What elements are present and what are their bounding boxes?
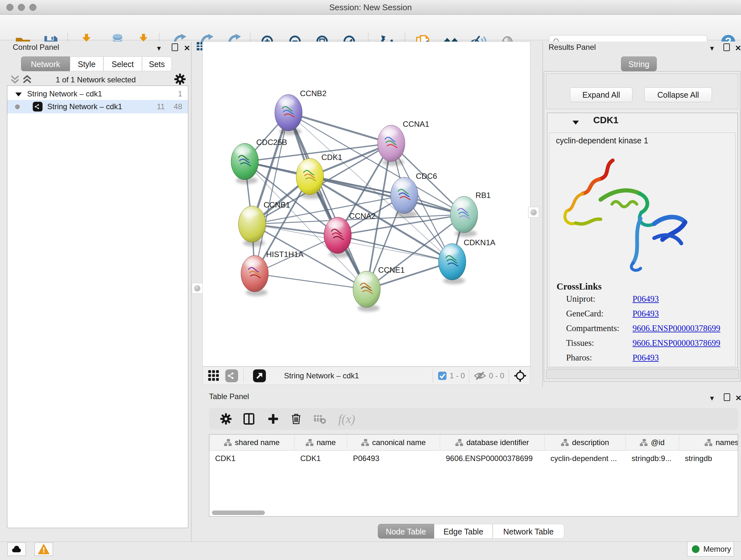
network-selection-status: 1 of 1 Network selected — [38, 75, 153, 84]
node-label-CDKN1A: CDKN1A — [464, 238, 495, 247]
column-header-shared-name[interactable]: shared name — [209, 435, 294, 450]
network-node-CDK1[interactable] — [296, 159, 324, 195]
warnings-button[interactable] — [35, 543, 53, 556]
hidden-eye-icon[interactable] — [474, 369, 486, 382]
tab-style[interactable]: Style — [70, 57, 104, 71]
results-menu-icon[interactable]: ▾ — [710, 44, 714, 53]
collapse-all-button[interactable]: Collapse All — [644, 87, 712, 102]
table-panel-title: Table Panel — [209, 392, 249, 401]
network-collection-row[interactable]: String Network – cdk1 1 — [7, 88, 188, 100]
expand-all-networks-icon[interactable] — [22, 75, 32, 84]
table-cell[interactable]: CDK1 — [209, 450, 294, 466]
network-edge[interactable] — [288, 113, 391, 143]
network-badge-icon[interactable] — [225, 369, 239, 382]
collapse-all-networks-icon[interactable] — [10, 75, 20, 84]
table-horizontal-scrollbar[interactable] — [212, 510, 265, 515]
network-node-CCNA1[interactable] — [378, 125, 405, 162]
column-header--id[interactable]: @id — [626, 435, 679, 450]
network-node-CCNB1[interactable] — [239, 206, 266, 242]
results-panel: Results Panel ▾ ✕ String Expand All Coll… — [542, 42, 741, 387]
results-scroll-strip[interactable] — [546, 369, 739, 379]
panel-menu-icon[interactable]: ▾ — [157, 44, 161, 53]
function-builder-button[interactable]: f(x) — [338, 412, 355, 426]
grid-view-icon[interactable] — [207, 369, 220, 382]
network-row-label: String Network – cdk1 — [47, 102, 122, 111]
table-cell[interactable]: 9606.ENSP00000378699 — [440, 450, 545, 466]
table-cell[interactable]: CDK1 — [294, 450, 347, 466]
crosslink-compartments[interactable]: 9606.ENSP00000378699 — [632, 323, 720, 333]
table-float-icon[interactable] — [724, 393, 730, 403]
results-float-icon[interactable] — [724, 44, 730, 53]
table-cell[interactable]: stringdb:9... — [626, 450, 679, 466]
tree-icon — [455, 439, 463, 446]
splitter-handle-right[interactable] — [528, 207, 539, 218]
tab-node-table[interactable]: Node Table — [378, 524, 434, 539]
column-header-description[interactable]: description — [545, 435, 626, 450]
delete-table-icon[interactable] — [313, 413, 326, 425]
delete-column-icon[interactable] — [290, 413, 302, 425]
string-results-box: Expand All Collapse All CDK1 cyclin-depe… — [544, 71, 740, 381]
tab-network-table[interactable]: Network Table — [493, 524, 564, 539]
selected-checkbox-icon[interactable] — [437, 371, 447, 381]
detach-view-icon[interactable] — [253, 369, 266, 382]
node-label-HIST1H1A: HIST1H1A — [266, 250, 304, 259]
collection-expander-icon[interactable] — [14, 91, 23, 97]
network-graph[interactable]: CCNB2CCNA1CDC25BCDK1CDC6RB1CCNB1CCNA2CDK… — [203, 42, 531, 367]
expand-all-button[interactable]: Expand All — [570, 87, 632, 102]
network-edge[interactable] — [288, 113, 367, 289]
network-options-gear-icon[interactable] — [174, 73, 186, 85]
node-label-CDC25B: CDC25B — [256, 138, 287, 146]
status-bar: Memory — [0, 542, 741, 560]
panel-float-icon[interactable] — [172, 44, 178, 53]
table-menu-icon[interactable]: ▾ — [710, 393, 714, 403]
network-node-CDC6[interactable] — [391, 177, 418, 213]
birdseye-toggle-icon[interactable] — [514, 369, 527, 382]
network-row-selected[interactable]: String Network – cdk1 11 48 — [7, 100, 188, 113]
add-column-icon[interactable] — [267, 413, 280, 425]
cloud-status-button[interactable] — [7, 543, 26, 556]
protein-card-expander-icon[interactable] — [571, 119, 580, 125]
show-columns-icon[interactable] — [243, 413, 255, 425]
network-node-CCNE1[interactable] — [353, 271, 381, 307]
network-edge[interactable] — [255, 273, 367, 289]
column-header-database-identifier[interactable]: database identifier — [440, 435, 545, 450]
tab-edge-table[interactable]: Edge Table — [434, 524, 493, 539]
crosslink-genecard[interactable]: P06493 — [632, 309, 659, 318]
table-settings-gear-icon[interactable] — [219, 413, 232, 425]
crosslink-uniprot[interactable]: P06493 — [632, 294, 659, 304]
table-close-icon[interactable]: ✕ — [735, 393, 741, 403]
column-header-namespace[interactable]: namespace — [679, 435, 738, 450]
network-node-HIST1H1A[interactable] — [241, 255, 268, 292]
splitter-handle-left[interactable] — [192, 283, 203, 294]
table-cell[interactable]: stringdb — [679, 450, 738, 466]
tab-string[interactable]: String — [621, 57, 657, 71]
panel-close-icon[interactable]: ✕ — [184, 44, 190, 53]
table-cell[interactable]: cyclin-dependent ... — [545, 450, 626, 466]
column-header-name[interactable]: name — [294, 435, 347, 450]
network-node-count: 11 — [157, 102, 165, 111]
tab-sets[interactable]: Sets — [142, 57, 172, 71]
crosslink-pharos[interactable]: P06493 — [632, 353, 659, 362]
network-node-CDKN1A[interactable] — [439, 244, 466, 280]
crosslink-tissues[interactable]: 9606.ENSP00000378699 — [632, 338, 720, 348]
collection-count: 1 — [178, 89, 182, 98]
results-close-icon[interactable]: ✕ — [735, 44, 741, 53]
network-canvas[interactable]: CCNB2CCNA1CDC25BCDK1CDC6RB1CCNB1CCNA2CDK… — [202, 42, 530, 367]
column-header-canonical-name[interactable]: canonical name — [347, 435, 440, 450]
network-edge[interactable] — [338, 235, 452, 262]
window-title: Session: New Session — [0, 3, 741, 12]
table-row[interactable]: CDK1CDK1P064939606.ENSP00000378699cyclin… — [209, 450, 738, 466]
column-label: canonical name — [372, 438, 426, 447]
results-panel-title: Results Panel — [549, 43, 596, 52]
view-network-title: String Network – cdk1 — [284, 371, 428, 380]
network-node-CCNB2[interactable] — [275, 95, 302, 131]
network-edge[interactable] — [255, 113, 288, 273]
protein-symbol[interactable]: CDK1 — [593, 115, 618, 125]
tab-select[interactable]: Select — [104, 57, 142, 71]
network-node-CDC25B[interactable] — [231, 143, 259, 180]
network-node-CCNA2[interactable] — [324, 217, 351, 253]
network-node-RB1[interactable] — [450, 196, 478, 233]
tab-network[interactable]: Network — [21, 57, 70, 71]
memory-button[interactable]: Memory — [687, 542, 734, 557]
table-cell[interactable]: P06493 — [347, 450, 440, 466]
